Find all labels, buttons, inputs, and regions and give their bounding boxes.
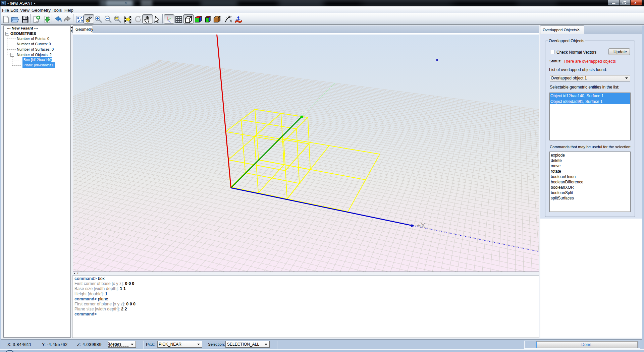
svg-text:+Y: +Y <box>301 109 308 115</box>
svg-text:+X: +X <box>417 222 426 229</box>
